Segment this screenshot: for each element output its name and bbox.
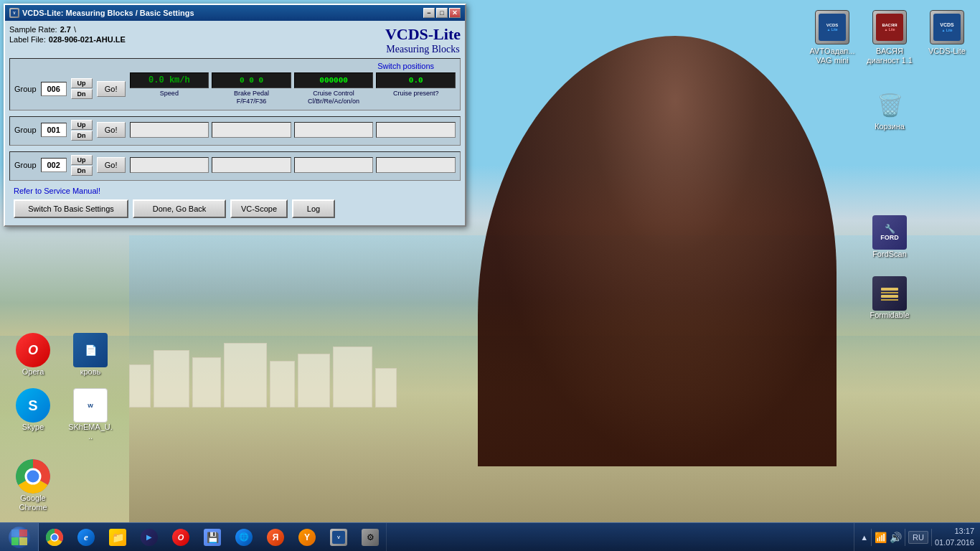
label-file-value: 028-906-021-AHU.LE (49, 35, 126, 44)
refer-text: Refer to Service Manual! (14, 187, 456, 195)
desktop-icons-right: VCDS ▲ Lite AVTОадап... VAG mini ВАСЯЯ ▲… (806, 7, 973, 323)
group2-go-button[interactable]: Go! (97, 122, 126, 138)
desktop-icon-vasya[interactable]: ВАСЯЯ ▲ Lite ВАСЯЯдиагност 1.1 (864, 7, 915, 68)
group1-number[interactable]: 006 (41, 82, 67, 96)
svg-point-6 (51, 534, 58, 541)
group1-label-cruise-ctrl: Cruise ControlCl/Br/Re/Ac/on/on (308, 90, 359, 105)
taskbar-explorer-icon[interactable]: 📁 (102, 523, 133, 552)
maximize-button[interactable]: □ (436, 8, 448, 18)
taskbar-vcds-icon[interactable]: V (323, 523, 354, 552)
group2-value-4 (376, 122, 456, 138)
group1-up-dn: Up Dn (71, 78, 93, 99)
sample-rate-label: Sample Rate: (9, 25, 57, 34)
close-button[interactable]: ✕ (449, 8, 461, 18)
group2-label: Group (14, 126, 37, 134)
desktop-icon-skype[interactable]: S Skype (7, 385, 59, 444)
svg-rect-1 (881, 292, 898, 293)
taskbar-save-icon[interactable]: 💾 (197, 523, 228, 552)
group3-number[interactable]: 002 (41, 158, 67, 172)
group3-value-3 (294, 157, 374, 173)
vc-scope-button[interactable]: VC-Scope (230, 199, 288, 218)
group3-field-4 (376, 157, 456, 173)
fordscan-label: FordScan (872, 250, 907, 259)
done-go-back-button[interactable]: Done, Go Back (133, 199, 226, 218)
group2-dn-button[interactable]: Dn (71, 131, 93, 141)
svg-rect-3 (881, 299, 898, 301)
sample-rate-value: 2.7 (60, 25, 71, 34)
desktop-icon-formidable[interactable]: Formidable (864, 273, 915, 323)
skhema-icon: W (73, 388, 108, 423)
group1-value-speed: 0.0 km/h (130, 72, 209, 88)
desktop-icon-recycle[interactable]: 🗑️ Корзина (864, 85, 915, 134)
switch-basic-settings-button[interactable]: Switch To Basic Settings (14, 199, 128, 218)
tray-separator2 (905, 529, 905, 546)
tray-network-icon[interactable]: 📶 (875, 532, 887, 543)
desktop-icon-skhema[interactable]: W SKhEMA_U... (65, 385, 116, 444)
svg-point-5 (26, 469, 40, 484)
group3-field-1 (130, 157, 209, 173)
desktop-icon-avtoadap[interactable]: VCDS ▲ Lite AVTОадап... VAG mini (806, 7, 858, 68)
lang-area[interactable]: RU (908, 531, 928, 544)
group3-section: Group 002 Up Dn Go! (9, 151, 461, 181)
group2-number[interactable]: 001 (41, 123, 67, 137)
desktop-icon-vcds-lite[interactable]: VCDS ▲ Lite VCDS-Lite (921, 7, 973, 68)
group1-field-cruise-ctrl: 000000 Cruise ControlCl/Br/Re/Ac/on/on (294, 72, 374, 105)
taskbar-yandex-browser-icon[interactable]: Y (291, 523, 323, 552)
group1-value-cruise-present: 0.0 (376, 72, 456, 88)
fordscan-icon: 🔧 FORD (872, 215, 907, 250)
group2-value-1 (130, 122, 209, 138)
taskbar-chrome-icon[interactable] (39, 523, 70, 552)
start-button[interactable] (0, 523, 39, 552)
chrome-icon (16, 459, 50, 494)
log-button[interactable]: Log (292, 199, 335, 218)
group1-up-button[interactable]: Up (71, 78, 93, 88)
tray-arrow[interactable]: ▲ (860, 533, 868, 542)
group3-up-dn: Up Dn (71, 155, 93, 176)
svg-rect-0 (881, 288, 898, 291)
skhema-label: SKhEMA_U... (67, 423, 113, 441)
group3-row: Group 002 Up Dn Go! (14, 155, 456, 176)
group1-dn-button[interactable]: Dn (71, 89, 93, 99)
app-title-sub: Measuring Blocks (385, 44, 461, 55)
taskbar-media-icon[interactable]: ▶ (133, 523, 165, 552)
group3-up-button[interactable]: Up (71, 155, 93, 165)
group1-field-cruise-present: 0.0 Cruise present? (376, 72, 456, 105)
recycle-label: Корзина (875, 122, 905, 131)
avtoadap-icon: VCDS ▲ Lite (815, 10, 849, 44)
sample-rate-sep: \ (74, 25, 76, 34)
taskbar-ie-icon[interactable]: e (70, 523, 102, 552)
svg-rect-2 (881, 295, 898, 298)
desktop-icon-blood[interactable]: 📄 кровь (65, 330, 116, 380)
taskbar-opera-icon[interactable]: O (165, 523, 197, 552)
vcds-window: V VCDS-Lite: Measuring Blocks / Basic Se… (4, 4, 466, 227)
app-title: VCDS-Lite Measuring Blocks (385, 25, 461, 55)
formidable-icon (872, 276, 907, 311)
tray-separator (871, 529, 872, 546)
group2-up-button[interactable]: Up (71, 120, 93, 130)
desktop-icon-opera[interactable]: O Opera (7, 330, 59, 380)
desktop-icon-fordscan[interactable]: 🔧 FORD FordScan (864, 212, 915, 262)
taskbar-misc-icon[interactable]: ⚙ (354, 523, 386, 552)
group2-field-3 (294, 122, 374, 138)
group3-go-button[interactable]: Go! (97, 157, 126, 173)
person-silhouette (478, 36, 837, 466)
group1-section: Switch positions Group 006 Up Dn Go! 0.0… (9, 58, 461, 110)
taskbar-yandex-icon[interactable]: Я (260, 523, 291, 552)
desktop-icon-chrome[interactable]: GoogleChrome (7, 456, 59, 515)
avtoadap-label: AVTОадап... VAG mini (809, 47, 855, 65)
group1-go-button[interactable]: Go! (97, 81, 126, 97)
recycle-icon: 🗑️ (872, 88, 907, 122)
window-titlebar: V VCDS-Lite: Measuring Blocks / Basic Se… (5, 5, 465, 21)
blood-label: кровь (80, 367, 101, 377)
window-content: Sample Rate: 2.7 \ Label File: 028-906-0… (5, 21, 465, 225)
vcds-lite-icon: VCDS ▲ Lite (930, 10, 964, 44)
opera-icon: O (16, 333, 50, 367)
group3-dn-button[interactable]: Dn (71, 166, 93, 176)
group1-value-brake: 0 0 0 (212, 72, 291, 88)
minimize-button[interactable]: − (423, 8, 435, 18)
group1-field-brake: 0 0 0 Brake PedalF/F47/F36 (212, 72, 291, 105)
taskbar-pinned-icons: e 📁 ▶ O 💾 🌐 Я Y (39, 523, 387, 552)
tray-volume-icon[interactable]: 🔊 (890, 532, 902, 543)
taskbar-ie2-icon[interactable]: 🌐 (228, 523, 260, 552)
lang-button[interactable]: RU (908, 531, 928, 544)
